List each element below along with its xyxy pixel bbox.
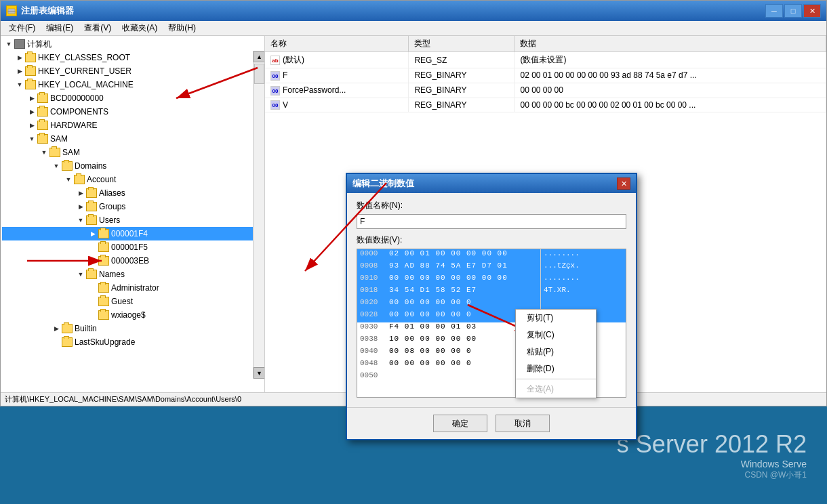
cancel-button[interactable]: 取消: [496, 415, 550, 432]
dialog-name-input[interactable]: [357, 214, 626, 229]
tree-item-wxiaoge[interactable]: wxiaoge$: [2, 308, 263, 322]
tree-label: Groups: [99, 202, 125, 211]
table-row[interactable]: 00V REG_BINARY 00 00 00 00 bc 00 00 00 0…: [265, 98, 826, 112]
tree-item-administrator[interactable]: Administrator: [2, 281, 263, 295]
watermark-subtitle: Windows Serve: [741, 459, 807, 469]
hex-row[interactable]: 0048 00 00 00 00 00 0: [357, 359, 540, 371]
folder-icon: [62, 324, 73, 333]
tree-label: Builtin: [75, 324, 97, 333]
tree-item-guest[interactable]: Guest: [2, 295, 263, 308]
watermark-title: s Server 2012 R2: [617, 430, 807, 459]
folder-icon: [86, 188, 97, 198]
svg-rect-1: [7, 11, 16, 12]
hex-row[interactable]: 0010 00 00 00 00 00 00 00 00: [357, 274, 540, 286]
hex-row[interactable]: 0038 10 00 00 00 00 00: [357, 335, 540, 347]
tree-item-000001f5[interactable]: 000001F5: [2, 240, 263, 254]
menu-favorites[interactable]: 收藏夹(A): [117, 21, 163, 35]
hex-row[interactable]: 0018 34 54 D1 58 52 E7: [357, 286, 540, 298]
expand-icon: ▼: [51, 161, 62, 171]
context-copy[interactable]: 复制(C): [516, 327, 596, 343]
table-row[interactable]: 00ForcePassword... REG_BINARY 00 00 00 0…: [265, 83, 826, 98]
hex-row[interactable]: 0040 00 08 00 00 00 0: [357, 347, 540, 359]
tree-item-aliases[interactable]: ▶ Aliases: [2, 186, 263, 200]
tree-label: SAM: [62, 148, 80, 157]
expand-icon: ▼: [75, 215, 86, 226]
hex-row[interactable]: 0028 00 00 00 00 00 0: [357, 310, 540, 322]
tree-item-classes-root[interactable]: ▶ HKEY_CLASSES_ROOT: [2, 51, 263, 64]
folder-icon: [25, 80, 36, 89]
tree-item-domains[interactable]: ▼ Domains: [2, 159, 263, 173]
hex-row[interactable]: 0050: [357, 371, 540, 383]
hex-bytes: 02 00 01 00 00 00 00 00: [388, 249, 540, 261]
menu-view[interactable]: 查看(V): [79, 21, 117, 35]
hex-addr: 0010: [357, 274, 388, 286]
expand-icon: ▶: [75, 188, 86, 198]
expand-icon: ▶: [26, 120, 37, 131]
folder-icon: [37, 107, 48, 117]
tree-item-000001f4[interactable]: ▶ 000001F4: [2, 227, 263, 240]
tree-item-local-machine[interactable]: ▼ HKEY_LOCAL_MACHINE: [2, 78, 263, 91]
expand-icon: ▼: [3, 39, 14, 49]
tree-item-hardware[interactable]: ▶ HARDWARE: [2, 119, 263, 132]
hex-addr: 0040: [357, 347, 388, 359]
tree-item-bcd[interactable]: ▶ BCD00000000: [2, 91, 263, 105]
tree-label: Users: [99, 215, 120, 225]
hex-addr: 0038: [357, 335, 388, 347]
expand-icon: [87, 255, 98, 266]
tree-scrollbar[interactable]: ▲ ▼: [253, 51, 264, 379]
hex-row[interactable]: 0030 F4 01 00 00 01 03: [357, 322, 540, 335]
context-delete[interactable]: 删除(D): [516, 360, 596, 377]
menu-edit[interactable]: 编辑(E): [41, 21, 79, 35]
computer-icon: [14, 39, 25, 49]
tree-item-000003eb[interactable]: 000003EB: [2, 254, 263, 268]
dialog-close-button[interactable]: ✕: [617, 177, 630, 190]
registry-table: 名称 类型 数据 ab(默认) REG_SZ (数值未设置): [265, 36, 826, 112]
tree-item-users[interactable]: ▼ Users: [2, 213, 263, 227]
close-button[interactable]: ✕: [803, 4, 821, 18]
title-bar: 注册表编辑器 ─ □ ✕: [1, 1, 826, 21]
window-title: 注册表编辑器: [21, 5, 74, 17]
tree-item-names[interactable]: ▼ Names: [2, 268, 263, 281]
folder-icon: [98, 256, 109, 266]
dialog-name-label: 数值名称(N):: [357, 200, 626, 211]
reg-icon-bin2: 00: [270, 86, 280, 96]
tree-item-sam-top[interactable]: ▼ SAM: [2, 132, 263, 146]
folder-icon: [37, 134, 48, 144]
hex-addr: 0020: [357, 298, 388, 310]
tree-label: 计算机: [27, 39, 52, 50]
folder-icon: [98, 297, 109, 306]
table-row[interactable]: 00F REG_BINARY 02 00 01 00 00 00 00 00 9…: [265, 68, 826, 83]
tree-label: HARDWARE: [50, 121, 98, 130]
tree-item-account[interactable]: ▼ Account: [2, 173, 263, 186]
hex-row[interactable]: 0000 02 00 01 00 00 00 00 00: [357, 249, 540, 261]
folder-icon: [86, 215, 97, 225]
hex-row[interactable]: 0020 00 00 00 00 00 0: [357, 298, 540, 310]
expand-icon: ▼: [26, 133, 37, 144]
watermark-author: CSDN @W小哥1: [744, 469, 807, 481]
tree-item-sam-sub[interactable]: ▼ SAM: [2, 146, 263, 159]
tree-content[interactable]: ▼ 计算机 ▶ HKEY_CLASSES_ROOT ▶ HKEY_CURRENT…: [1, 36, 264, 377]
ok-button[interactable]: 确定: [433, 415, 487, 432]
hex-ascii: ...tZçx.: [541, 261, 582, 274]
tree-item-lastskuupgrade[interactable]: LastSkuUpgrade: [2, 335, 263, 349]
tree-item-components[interactable]: ▶ COMPONENTS: [2, 105, 263, 119]
folder-icon: [37, 93, 48, 103]
cell-type: REG_SZ: [409, 52, 515, 68]
folder-icon: [37, 121, 48, 130]
context-menu: 剪切(T) 复制(C) 粘贴(P) 删除(D) 全选(A): [515, 309, 597, 398]
context-cut[interactable]: 剪切(T): [516, 310, 596, 327]
table-row[interactable]: ab(默认) REG_SZ (数值未设置): [265, 52, 826, 68]
menu-file[interactable]: 文件(F): [3, 21, 41, 35]
tree-item-builtin[interactable]: ▶ Builtin: [2, 322, 263, 335]
dialog-titlebar: 编辑二进制数值 ✕: [347, 174, 636, 193]
maximize-button[interactable]: □: [784, 4, 802, 18]
menu-help[interactable]: 帮助(H): [163, 21, 201, 35]
tree-item-computer[interactable]: ▼ 计算机: [2, 37, 263, 51]
hex-addr: 0030: [357, 322, 388, 335]
hex-row[interactable]: 0008 93 AD 88 74 5A E7 D7 01: [357, 261, 540, 274]
context-paste[interactable]: 粘贴(P): [516, 343, 596, 360]
tree-item-groups[interactable]: ▶ Groups: [2, 200, 263, 213]
tree-label: 000003EB: [111, 256, 149, 266]
minimize-button[interactable]: ─: [765, 4, 783, 18]
tree-item-current-user[interactable]: ▶ HKEY_CURRENT_USER: [2, 64, 263, 78]
